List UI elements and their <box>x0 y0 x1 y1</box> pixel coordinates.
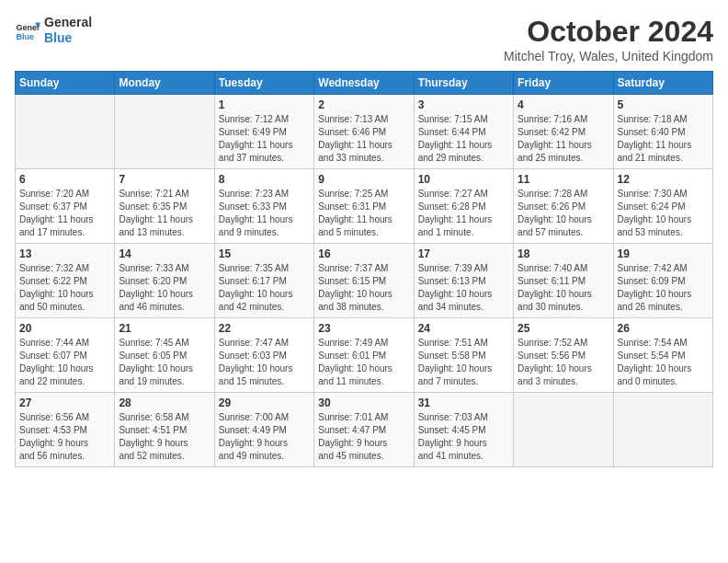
day-number: 17 <box>418 247 509 260</box>
day-number: 10 <box>418 173 509 186</box>
day-number: 3 <box>418 98 509 111</box>
calendar-week-4: 20Sunrise: 7:44 AMSunset: 6:07 PMDayligh… <box>16 318 713 393</box>
calendar-cell: 16Sunrise: 7:37 AMSunset: 6:15 PMDayligh… <box>314 244 414 318</box>
logo-name-line2: Blue <box>44 30 92 46</box>
day-info: Sunrise: 7:12 AMSunset: 6:49 PMDaylight:… <box>219 113 310 165</box>
col-wednesday: Wednesday <box>314 72 414 95</box>
day-number: 1 <box>219 98 310 111</box>
day-number: 26 <box>618 322 709 335</box>
col-friday: Friday <box>514 72 613 95</box>
calendar-cell <box>115 95 214 169</box>
logo-icon: General Blue <box>15 17 40 43</box>
calendar-body: 1Sunrise: 7:12 AMSunset: 6:49 PMDaylight… <box>16 95 713 467</box>
day-number: 18 <box>518 247 609 260</box>
day-number: 7 <box>119 173 210 186</box>
calendar-cell <box>514 393 613 467</box>
calendar-cell: 19Sunrise: 7:42 AMSunset: 6:09 PMDayligh… <box>613 244 712 318</box>
calendar-cell: 20Sunrise: 7:44 AMSunset: 6:07 PMDayligh… <box>16 318 115 393</box>
calendar-cell: 12Sunrise: 7:30 AMSunset: 6:24 PMDayligh… <box>613 169 712 244</box>
day-number: 5 <box>618 98 709 111</box>
calendar-cell: 6Sunrise: 7:20 AMSunset: 6:37 PMDaylight… <box>16 169 115 244</box>
day-info: Sunrise: 7:42 AMSunset: 6:09 PMDaylight:… <box>618 262 709 314</box>
calendar-cell: 14Sunrise: 7:33 AMSunset: 6:20 PMDayligh… <box>115 244 214 318</box>
calendar-header: Sunday Monday Tuesday Wednesday Thursday… <box>16 72 713 95</box>
calendar-cell: 18Sunrise: 7:40 AMSunset: 6:11 PMDayligh… <box>514 244 613 318</box>
svg-text:Blue: Blue <box>16 32 34 41</box>
calendar-cell: 15Sunrise: 7:35 AMSunset: 6:17 PMDayligh… <box>214 244 313 318</box>
day-info: Sunrise: 7:25 AMSunset: 6:31 PMDaylight:… <box>318 188 409 239</box>
calendar-cell <box>613 393 712 467</box>
day-info: Sunrise: 7:54 AMSunset: 5:54 PMDaylight:… <box>618 337 709 388</box>
day-info: Sunrise: 7:51 AMSunset: 5:58 PMDaylight:… <box>418 337 509 388</box>
day-info: Sunrise: 7:00 AMSunset: 4:49 PMDaylight:… <box>219 411 310 463</box>
title-block: October 2024 Mitchel Troy, Wales, United… <box>504 15 713 63</box>
day-info: Sunrise: 7:47 AMSunset: 6:03 PMDaylight:… <box>219 337 310 388</box>
calendar-cell: 11Sunrise: 7:28 AMSunset: 6:26 PMDayligh… <box>514 169 613 244</box>
col-thursday: Thursday <box>414 72 513 95</box>
day-info: Sunrise: 7:13 AMSunset: 6:46 PMDaylight:… <box>318 113 409 165</box>
col-saturday: Saturday <box>613 72 712 95</box>
day-number: 9 <box>318 173 409 186</box>
logo-name-line1: General <box>44 15 92 30</box>
calendar-cell: 10Sunrise: 7:27 AMSunset: 6:28 PMDayligh… <box>414 169 513 244</box>
calendar-week-1: 1Sunrise: 7:12 AMSunset: 6:49 PMDaylight… <box>16 95 713 169</box>
calendar-cell: 4Sunrise: 7:16 AMSunset: 6:42 PMDaylight… <box>514 95 613 169</box>
day-number: 8 <box>219 173 310 186</box>
day-info: Sunrise: 7:01 AMSunset: 4:47 PMDaylight:… <box>318 411 409 463</box>
day-info: Sunrise: 7:35 AMSunset: 6:17 PMDaylight:… <box>219 262 310 314</box>
day-number: 6 <box>19 173 110 186</box>
day-number: 11 <box>518 173 609 186</box>
day-info: Sunrise: 7:20 AMSunset: 6:37 PMDaylight:… <box>19 188 110 239</box>
calendar-cell: 23Sunrise: 7:49 AMSunset: 6:01 PMDayligh… <box>314 318 414 393</box>
day-info: Sunrise: 7:30 AMSunset: 6:24 PMDaylight:… <box>618 188 709 239</box>
calendar-cell: 24Sunrise: 7:51 AMSunset: 5:58 PMDayligh… <box>414 318 513 393</box>
day-info: Sunrise: 7:44 AMSunset: 6:07 PMDaylight:… <box>19 337 110 388</box>
day-info: Sunrise: 7:03 AMSunset: 4:45 PMDaylight:… <box>418 411 509 463</box>
day-number: 12 <box>618 173 709 186</box>
calendar-week-2: 6Sunrise: 7:20 AMSunset: 6:37 PMDaylight… <box>16 169 713 244</box>
day-info: Sunrise: 7:37 AMSunset: 6:15 PMDaylight:… <box>318 262 409 314</box>
day-number: 29 <box>219 396 310 409</box>
day-number: 27 <box>19 396 110 409</box>
day-info: Sunrise: 7:21 AMSunset: 6:35 PMDaylight:… <box>119 188 210 239</box>
calendar-cell: 7Sunrise: 7:21 AMSunset: 6:35 PMDaylight… <box>115 169 214 244</box>
day-number: 13 <box>19 247 110 260</box>
col-monday: Monday <box>115 72 214 95</box>
calendar-cell: 25Sunrise: 7:52 AMSunset: 5:56 PMDayligh… <box>514 318 613 393</box>
day-number: 30 <box>318 396 409 409</box>
calendar-cell: 8Sunrise: 7:23 AMSunset: 6:33 PMDaylight… <box>214 169 313 244</box>
calendar-cell: 5Sunrise: 7:18 AMSunset: 6:40 PMDaylight… <box>613 95 712 169</box>
header-row: Sunday Monday Tuesday Wednesday Thursday… <box>16 72 713 95</box>
calendar-week-5: 27Sunrise: 6:56 AMSunset: 4:53 PMDayligh… <box>16 393 713 467</box>
day-number: 28 <box>119 396 210 409</box>
calendar-table: Sunday Monday Tuesday Wednesday Thursday… <box>15 71 713 467</box>
day-number: 20 <box>19 322 110 335</box>
calendar-cell: 9Sunrise: 7:25 AMSunset: 6:31 PMDaylight… <box>314 169 414 244</box>
day-number: 31 <box>418 396 509 409</box>
logo: General Blue General Blue <box>15 15 92 46</box>
location-subtitle: Mitchel Troy, Wales, United Kingdom <box>504 49 713 63</box>
day-number: 23 <box>318 322 409 335</box>
calendar-cell: 22Sunrise: 7:47 AMSunset: 6:03 PMDayligh… <box>214 318 313 393</box>
page-header: General Blue General Blue October 2024 M… <box>15 15 713 63</box>
col-sunday: Sunday <box>16 72 115 95</box>
day-info: Sunrise: 7:39 AMSunset: 6:13 PMDaylight:… <box>418 262 509 314</box>
day-info: Sunrise: 7:49 AMSunset: 6:01 PMDaylight:… <box>318 337 409 388</box>
calendar-cell: 2Sunrise: 7:13 AMSunset: 6:46 PMDaylight… <box>314 95 414 169</box>
day-info: Sunrise: 7:23 AMSunset: 6:33 PMDaylight:… <box>219 188 310 239</box>
day-info: Sunrise: 7:52 AMSunset: 5:56 PMDaylight:… <box>518 337 609 388</box>
calendar-cell: 1Sunrise: 7:12 AMSunset: 6:49 PMDaylight… <box>214 95 313 169</box>
day-number: 22 <box>219 322 310 335</box>
day-info: Sunrise: 6:56 AMSunset: 4:53 PMDaylight:… <box>19 411 110 463</box>
calendar-cell: 28Sunrise: 6:58 AMSunset: 4:51 PMDayligh… <box>115 393 214 467</box>
day-info: Sunrise: 7:32 AMSunset: 6:22 PMDaylight:… <box>19 262 110 314</box>
day-number: 16 <box>318 247 409 260</box>
day-number: 25 <box>518 322 609 335</box>
col-tuesday: Tuesday <box>214 72 313 95</box>
day-info: Sunrise: 7:28 AMSunset: 6:26 PMDaylight:… <box>518 188 609 239</box>
month-title: October 2024 <box>504 15 713 49</box>
calendar-cell <box>16 95 115 169</box>
day-info: Sunrise: 7:18 AMSunset: 6:40 PMDaylight:… <box>618 113 709 165</box>
calendar-cell: 13Sunrise: 7:32 AMSunset: 6:22 PMDayligh… <box>16 244 115 318</box>
calendar-cell: 26Sunrise: 7:54 AMSunset: 5:54 PMDayligh… <box>613 318 712 393</box>
